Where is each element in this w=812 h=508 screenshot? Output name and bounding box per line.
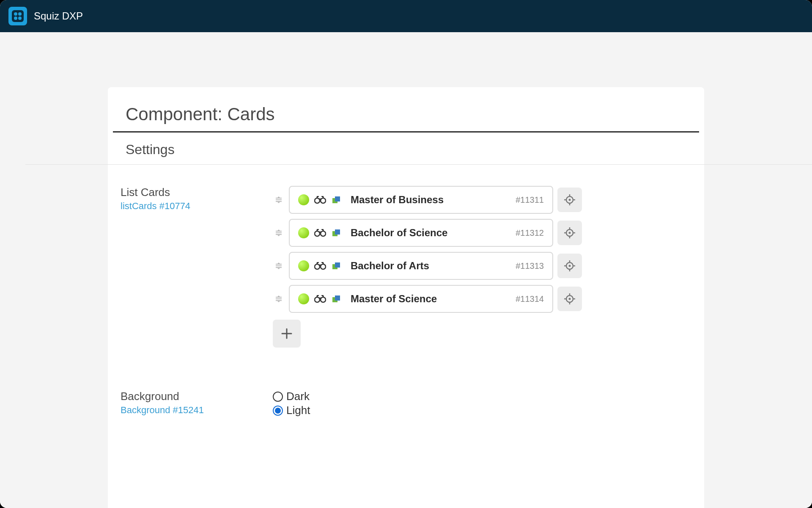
status-live-icon [298, 293, 309, 304]
page-title: Component: Cards [113, 104, 699, 133]
drag-handle-icon[interactable] [273, 262, 285, 270]
list-cards-label: List Cards [121, 186, 273, 199]
background-label: Background [121, 390, 273, 403]
field-control-col: Master of Business #11311 [273, 186, 691, 348]
content-area: Component: Cards Settings List Cards lis… [0, 32, 812, 508]
app-logo-icon [8, 7, 27, 25]
svg-point-4 [18, 17, 22, 20]
settings-panel: Component: Cards Settings List Cards lis… [108, 87, 704, 508]
radio-option-light[interactable]: Light [273, 404, 691, 417]
status-live-icon [298, 260, 309, 271]
status-live-icon [298, 227, 309, 238]
svg-point-10 [569, 199, 571, 201]
asset-type-icon [331, 195, 341, 205]
field-list-cards: List Cards listCards #10774 [121, 186, 691, 348]
field-background: Background Background #15241 Dark Light [121, 390, 691, 417]
card-id: #11312 [516, 228, 544, 238]
binoculars-icon [314, 228, 326, 237]
svg-point-22 [569, 265, 571, 267]
list-cards-sublabel[interactable]: listCards #10774 [121, 201, 273, 212]
svg-point-1 [14, 12, 17, 16]
app-window: Squiz DXP Component: Cards Settings List… [0, 0, 812, 508]
card-id: #11311 [516, 195, 544, 205]
svg-rect-14 [335, 229, 340, 235]
asset-type-icon [331, 294, 341, 304]
card-row: Master of Science #11314 [273, 285, 691, 313]
radio-option-dark[interactable]: Dark [273, 390, 691, 403]
svg-point-2 [18, 12, 22, 16]
field-label-col: Background Background #15241 [121, 390, 273, 417]
drag-handle-icon[interactable] [273, 295, 285, 303]
background-sublabel[interactable]: Background #15241 [121, 405, 273, 416]
background-radio-group: Dark Light [273, 390, 691, 417]
binoculars-icon [314, 261, 326, 271]
card-asset-box[interactable]: Bachelor of Arts #11313 [289, 252, 553, 280]
status-live-icon [298, 194, 309, 205]
card-id: #11314 [516, 294, 544, 304]
radio-label: Dark [286, 390, 310, 403]
card-row: Bachelor of Science #11312 [273, 219, 691, 247]
card-name: Bachelor of Science [351, 227, 510, 239]
drag-handle-icon[interactable] [273, 196, 285, 204]
radio-circle-checked-icon [273, 406, 283, 416]
svg-rect-20 [335, 262, 340, 268]
target-pick-button[interactable] [557, 188, 582, 212]
card-asset-box[interactable]: Master of Science #11314 [289, 285, 553, 313]
binoculars-icon [314, 195, 326, 204]
svg-rect-26 [335, 295, 340, 301]
target-pick-button[interactable] [557, 254, 582, 278]
radio-label: Light [286, 404, 310, 417]
field-control-col: Dark Light [273, 390, 691, 417]
binoculars-icon [314, 294, 326, 304]
field-label-col: List Cards listCards #10774 [121, 186, 273, 348]
add-card-button[interactable] [273, 320, 301, 348]
card-name: Master of Science [351, 293, 510, 305]
app-title: Squiz DXP [34, 10, 83, 22]
card-name: Bachelor of Arts [351, 260, 510, 272]
svg-rect-8 [335, 196, 340, 202]
section-title: Settings [113, 133, 699, 165]
asset-type-icon [331, 261, 341, 271]
card-row: Master of Business #11311 [273, 186, 691, 214]
card-name: Master of Business [351, 194, 510, 206]
card-asset-box[interactable]: Master of Business #11311 [289, 186, 553, 214]
asset-type-icon [331, 228, 341, 238]
target-pick-button[interactable] [557, 287, 582, 311]
svg-point-3 [14, 17, 17, 20]
radio-circle-icon [273, 392, 283, 402]
card-asset-box[interactable]: Bachelor of Science #11312 [289, 219, 553, 247]
target-pick-button[interactable] [557, 221, 582, 245]
card-list: Master of Business #11311 [273, 186, 691, 348]
card-row: Bachelor of Arts #11313 [273, 252, 691, 280]
svg-point-16 [569, 232, 571, 234]
svg-rect-0 [12, 10, 24, 22]
svg-point-28 [569, 298, 571, 300]
card-id: #11313 [516, 261, 544, 271]
titlebar: Squiz DXP [0, 0, 812, 32]
drag-handle-icon[interactable] [273, 229, 285, 237]
settings-body: List Cards listCards #10774 [108, 165, 704, 438]
